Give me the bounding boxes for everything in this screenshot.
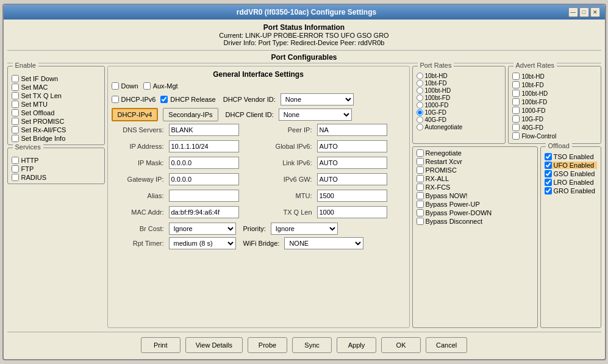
view-details-button[interactable]: View Details [185, 337, 243, 353]
peer-ip-label: Peer IP: [260, 126, 315, 134]
print-button[interactable]: Print [141, 337, 181, 353]
checkbox-set-mtu[interactable] [12, 101, 19, 108]
gateway-ip-input[interactable] [169, 173, 239, 185]
close-button[interactable]: ✕ [590, 7, 600, 17]
radio-10g-fd[interactable] [417, 109, 423, 116]
checkbox-gso[interactable] [545, 170, 552, 177]
checkbox-promisc[interactable] [417, 166, 424, 174]
checkbox-rx-fcs[interactable] [417, 184, 424, 191]
checkbox-radius[interactable] [12, 174, 19, 181]
main-window: rddVR0 (lf0350-10ac) Configure Settings … [2, 4, 606, 360]
radio-1000-fd[interactable] [417, 102, 423, 109]
alias-input[interactable] [169, 190, 239, 202]
radio-100bt-hd[interactable] [417, 87, 423, 94]
dhcp-ipv4-button[interactable]: DHCP-IPv4 [112, 108, 159, 121]
priority-select[interactable]: Ignore [271, 223, 338, 235]
checkbox-renegotiate[interactable] [417, 149, 424, 157]
checkbox-set-if-down[interactable] [12, 75, 19, 82]
checkbox-ftp[interactable] [12, 165, 19, 173]
advert-check-flow-control[interactable] [512, 132, 520, 140]
checkbox-set-tx-q-len[interactable] [12, 92, 19, 99]
offload-tso: TSO Enabled [545, 153, 597, 160]
checkbox-restart-xcvr[interactable] [417, 158, 424, 165]
port-rates-title: Port Rates [418, 62, 454, 69]
check-set-bridge-info: Set Bridge Info [12, 135, 101, 142]
peer-ip-row: Peer IP: [260, 124, 406, 136]
rpt-timer-select[interactable]: medium (8 s) [169, 237, 236, 249]
check-radius: RADIUS [12, 174, 101, 181]
port-status-current: Current: LINK-UP PROBE-ERROR TSO UFO GSO… [7, 32, 601, 39]
dns-servers-input[interactable] [169, 124, 239, 136]
dhcp-vendor-id-select[interactable]: None [281, 93, 354, 105]
advert-check-10bt-hd[interactable] [512, 73, 520, 80]
sync-button[interactable]: Sync [292, 337, 332, 353]
checkbox-bypass-now[interactable] [417, 192, 424, 199]
probe-button[interactable]: Probe [248, 337, 287, 353]
peer-ip-input[interactable] [317, 124, 387, 136]
checkbox-set-offload[interactable] [12, 109, 19, 116]
secondary-ips-button[interactable]: Secondary-IPs [163, 108, 218, 121]
checkbox-rx-all[interactable] [417, 175, 424, 182]
checkbox-dhcp-ipv6[interactable] [112, 96, 119, 103]
advert-100bt-fd: 100bt-FD [512, 98, 597, 105]
checkbox-set-bridge-info[interactable] [12, 135, 19, 142]
checkbox-lro[interactable] [545, 179, 552, 186]
checkbox-dhcp-release[interactable] [160, 96, 168, 103]
advert-check-40g-fd[interactable] [512, 124, 520, 131]
checkbox-aux-mgt[interactable] [143, 82, 151, 90]
checkbox-gro[interactable] [545, 187, 552, 194]
radio-10bt-fd[interactable] [417, 80, 423, 87]
cancel-button[interactable]: Cancel [426, 337, 467, 353]
checkbox-tso[interactable] [545, 153, 552, 160]
dhcp-client-id-select[interactable]: None [279, 109, 352, 121]
minimize-button[interactable]: — [568, 7, 578, 17]
checkbox-set-promisc[interactable] [12, 118, 19, 125]
checkbox-set-rx-all[interactable] [12, 126, 19, 134]
advert-rates-title: Advert Rates [513, 62, 557, 69]
apply-button[interactable]: Apply [337, 337, 376, 353]
tx-q-len-input[interactable] [317, 206, 387, 218]
port-configurables-header: Port Configurables [7, 52, 601, 63]
titlebar: rddVR0 (lf0350-10ac) Configure Settings … [4, 5, 605, 20]
link-ipv6-input[interactable] [317, 157, 387, 169]
ok-button[interactable]: OK [381, 337, 421, 353]
mtu-input[interactable] [317, 190, 387, 202]
global-ipv6-input[interactable] [317, 140, 387, 152]
advert-check-100bt-hd[interactable] [512, 90, 520, 97]
checkbox-bypass-power-down[interactable] [417, 209, 424, 216]
ipv6-gw-input[interactable] [317, 173, 387, 185]
checkbox-bypass-power-up[interactable] [417, 201, 424, 208]
label-rx-fcs: RX-FCS [426, 184, 451, 191]
rate-10bt-fd: 10bt-FD [417, 80, 501, 87]
checkbox-http[interactable] [12, 157, 19, 164]
alias-label: Alias: [112, 192, 166, 199]
label-radius: RADIUS [21, 174, 47, 181]
rate-10g-fd: 10G-FD [417, 109, 501, 116]
maximize-button[interactable]: □ [579, 7, 589, 17]
advert-check-10bt-fd[interactable] [512, 81, 520, 88]
label-promisc: PROMISC [426, 166, 457, 174]
checkbox-bypass-disconnect[interactable] [417, 218, 424, 225]
checkbox-down[interactable] [112, 82, 119, 90]
ip-address-input[interactable] [169, 140, 239, 152]
advert-check-10g-fd[interactable] [512, 115, 520, 123]
dns-servers-row: DNS Servers: [112, 124, 257, 136]
br-cost-select[interactable]: Ignore [169, 223, 236, 235]
checkbox-ufo[interactable] [545, 162, 552, 169]
link-ipv6-row: Link IPv6: [260, 157, 406, 169]
label-rx-all: RX-ALL [426, 175, 449, 182]
radio-40g-fd[interactable] [417, 116, 423, 123]
radio-10bt-hd[interactable] [417, 73, 423, 79]
checkbox-set-mac[interactable] [12, 84, 19, 91]
check-aux-mgt: Aux-Mgt [143, 82, 178, 90]
advert-check-1000-fd[interactable] [512, 107, 520, 114]
wifi-bridge-select[interactable]: NONE [284, 237, 363, 249]
bottom-bar: Print View Details Probe Sync Apply OK C… [7, 332, 601, 355]
radio-autoneg[interactable] [417, 124, 423, 130]
ip-mask-input[interactable] [169, 157, 239, 169]
mac-addr-row: MAC Addr: [112, 206, 257, 218]
dhcp-vendor-id-label: DHCP Vendor ID: [223, 96, 276, 103]
mac-addr-input[interactable] [169, 206, 239, 218]
advert-check-100bt-fd[interactable] [512, 98, 520, 105]
radio-100bt-fd[interactable] [417, 95, 423, 101]
